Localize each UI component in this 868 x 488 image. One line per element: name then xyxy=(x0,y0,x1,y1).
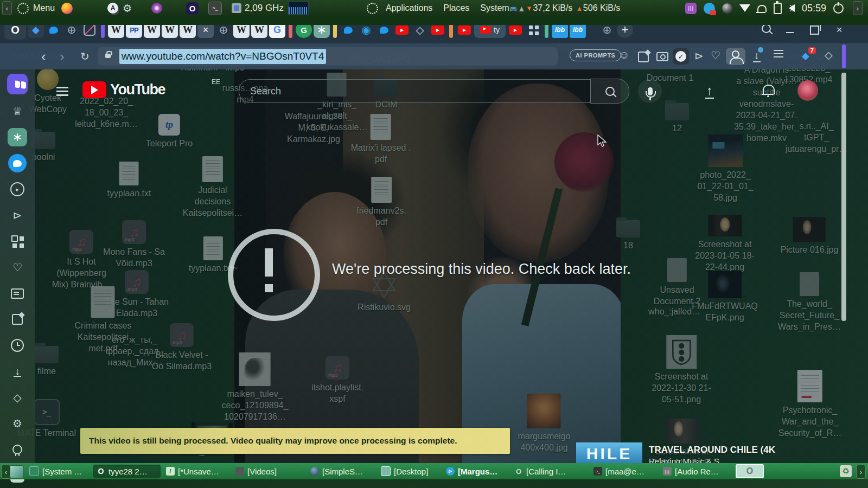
restore-button[interactable] xyxy=(810,25,819,35)
yt-search-button[interactable] xyxy=(590,79,629,104)
forward-button[interactable]: › xyxy=(60,44,65,68)
terminal-icon: >_ xyxy=(593,467,602,476)
vpn-shield-badge[interactable]: ✓ xyxy=(673,48,689,65)
show-desktop-button[interactable] xyxy=(10,465,24,478)
back-button[interactable]: ‹ xyxy=(41,44,46,68)
url-field[interactable]: www.youtube.com/watch?v=NBGOsnT0VT4 xyxy=(98,47,558,66)
taskbar-window-system[interactable]: [System … xyxy=(26,465,92,478)
taskbar-window-videos[interactable]: [Videos] xyxy=(232,465,303,478)
close-button[interactable]: × xyxy=(827,24,851,36)
sidebar-history-icon[interactable] xyxy=(8,336,27,355)
emoji-icon[interactable]: ☺ xyxy=(618,49,629,61)
firefox-icon[interactable] xyxy=(61,3,73,14)
bookmark-strip[interactable] xyxy=(842,44,846,68)
snapshot-camera-icon[interactable] xyxy=(656,50,668,61)
page-scrollbar[interactable] xyxy=(841,73,846,321)
yt-voice-search-button[interactable] xyxy=(638,79,662,103)
chat-app-icon[interactable] xyxy=(704,3,715,14)
taskbar-window-simples[interactable]: [SimpleS… xyxy=(307,465,375,478)
network-monitor: ((( ▲ ▾ 37,2 KiB/s ▴ 506 KiB/s xyxy=(512,3,620,13)
gears-icon[interactable]: ⚙ xyxy=(123,2,132,15)
sidebar-book-icon[interactable] xyxy=(7,74,28,94)
tor-browser-icon[interactable] xyxy=(151,3,162,14)
battery-icon[interactable] xyxy=(774,3,782,14)
taskbar-window-label: [*Unsave… xyxy=(178,467,219,476)
opera-sidebar: ♕∗▸⊳♡↓◇⚙+••• xyxy=(0,69,35,464)
yt-guide-hamburger-icon[interactable] xyxy=(56,87,68,88)
system-menu[interactable]: System xyxy=(480,3,509,13)
wifi-solid-icon[interactable] xyxy=(739,4,750,12)
taskbar-window-label: [Audio Re… xyxy=(675,467,719,476)
globe-icon xyxy=(310,467,319,476)
workspace-trash-icon[interactable]: ♻ xyxy=(840,465,852,477)
sidebar-crown-icon[interactable]: ♕ xyxy=(8,102,27,120)
minimize-button[interactable] xyxy=(786,27,794,33)
sidebar-pinboard-icon[interactable] xyxy=(8,310,27,329)
sidebar-news-icon[interactable] xyxy=(8,284,27,303)
sidebar-plane-icon[interactable]: ⊳ xyxy=(8,206,27,224)
youtube-icon xyxy=(480,26,491,34)
sidebar-grid-icon[interactable] xyxy=(8,232,27,251)
upload-icon: ↑ xyxy=(705,83,714,99)
profile-button[interactable] xyxy=(726,48,745,65)
yt-upload-button[interactable]: ↑ xyxy=(705,85,714,97)
opera-launcher-icon[interactable]: O xyxy=(186,2,199,15)
sidebar-heart-icon[interactable]: ♡ xyxy=(8,258,27,277)
ai-prompts-button[interactable]: AI PROMPTS xyxy=(570,49,621,61)
sidebar-player-icon[interactable]: ▸ xyxy=(8,180,27,198)
person-icon xyxy=(732,50,739,58)
terminal-launcher-icon[interactable]: >_ xyxy=(208,2,222,15)
pinboard-icon[interactable] xyxy=(638,52,649,62)
panel-expand-arrow[interactable]: › xyxy=(853,1,863,15)
sidebar-settings-icon[interactable]: ⚙ xyxy=(8,414,27,433)
signal-icon: ((( xyxy=(510,7,518,10)
sidebar-chatgpt-icon[interactable]: ∗ xyxy=(8,128,27,146)
volume-icon[interactable] xyxy=(789,4,795,12)
taskbar-expand-arrow[interactable]: › xyxy=(856,465,866,479)
tab-search-icon[interactable] xyxy=(754,24,778,36)
taskbar-window-desktop[interactable]: [Desktop] xyxy=(378,465,441,478)
yt-logo[interactable]: YouTube xyxy=(82,81,165,98)
sidebar-hints-icon[interactable] xyxy=(8,440,27,459)
sphere-tray-icon[interactable] xyxy=(722,3,732,14)
applications-menu[interactable]: Applications xyxy=(386,3,432,13)
video-title-overlay: TRAVEL AROUND CHILE (4K xyxy=(649,445,775,455)
favorites-heart-icon[interactable]: ♡ xyxy=(711,49,720,62)
panel-collapse-arrow[interactable]: ‹ xyxy=(2,1,12,15)
power-icon[interactable] xyxy=(833,3,844,14)
extension-diamond-icon[interactable]: ◆7 xyxy=(802,50,809,61)
yt-notifications-button[interactable] xyxy=(763,85,775,94)
places-menu[interactable]: Places xyxy=(443,3,469,13)
cpu-frequency: 2,09 GHz xyxy=(245,3,284,14)
downloads-button[interactable]: ↓ xyxy=(753,50,761,62)
notifications-bell-icon[interactable] xyxy=(757,5,767,12)
processing-message: We're processing this video. Check back … xyxy=(332,261,631,278)
taskbar-window-tyye28-2[interactable]: Otyye28 2… xyxy=(93,465,161,478)
taskbar-window-unsave[interactable]: /[*Unsave… xyxy=(163,465,230,478)
menu-button[interactable]: Menu xyxy=(17,3,55,14)
sidebar-extensions-icon[interactable]: ◇ xyxy=(8,388,27,407)
taskbar-window-label: tyye28 2… xyxy=(108,467,148,476)
yt-avatar[interactable] xyxy=(797,80,818,101)
search-tool-icon[interactable]: A xyxy=(107,3,118,14)
monitor-icon xyxy=(29,466,39,476)
taskbar-lower-strip xyxy=(0,16,868,25)
taskbar-window-audio-re[interactable]: |||[Audio Re… xyxy=(660,465,732,478)
sidebar-twitter-icon[interactable] xyxy=(8,154,27,172)
send-to-device-icon[interactable]: ⊳ xyxy=(694,49,704,62)
taskbar-window-maa-e[interactable]: >_[maa@e… xyxy=(590,465,656,478)
wifi-icon[interactable]: ▲ xyxy=(518,4,526,13)
window-switcher-opera[interactable]: O xyxy=(736,464,764,478)
mouse-cursor xyxy=(597,134,609,150)
yt-search-input[interactable]: Search xyxy=(239,79,591,103)
audio-app-icon[interactable]: ||| xyxy=(685,3,697,14)
taskbar-window-calling-i[interactable]: O[Calling I… xyxy=(511,465,580,478)
processing-exclamation-icon xyxy=(228,229,320,321)
extensions-cube-icon[interactable]: ◇ xyxy=(825,49,833,61)
clock[interactable]: 05:59 xyxy=(802,3,826,14)
taskbar-window-margus[interactable]: ⊳[Margus… xyxy=(443,465,510,478)
panel-menus: Applications Places System xyxy=(367,3,509,14)
sidebar-downloads-icon[interactable]: ↓ xyxy=(8,362,27,381)
reload-button[interactable]: ↻ xyxy=(80,50,90,63)
url-text-selected[interactable]: www.youtube.com/watch?v=NBGOsnT0VT4 xyxy=(119,49,326,64)
